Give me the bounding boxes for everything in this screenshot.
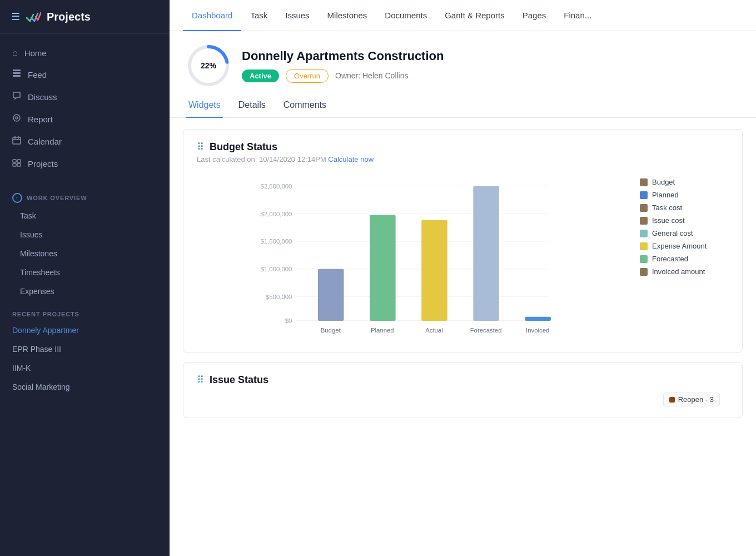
- tab-details[interactable]: Details: [236, 93, 268, 118]
- legend-label-issue-cost: Issue cost: [652, 216, 685, 225]
- feed-icon: [12, 69, 21, 80]
- recent-project-iim-k[interactable]: IIM-K: [0, 359, 170, 378]
- logo-icon: [26, 10, 41, 23]
- recent-projects-section: RECENT PROJECTS: [0, 301, 170, 321]
- overrun-badge: Overrun: [286, 69, 329, 83]
- top-nav-milestones[interactable]: Milestones: [319, 0, 376, 31]
- work-overview-title: WORK OVERVIEW: [27, 195, 87, 201]
- chart-legend: Budget Planned Task cost Issue cost: [640, 172, 729, 341]
- legend-dot-budget: [640, 178, 648, 186]
- top-nav-finan[interactable]: Finan...: [555, 0, 600, 31]
- discuss-icon: [12, 91, 21, 102]
- svg-text:Budget: Budget: [321, 327, 341, 334]
- legend-label-expense: Expense Amount: [652, 242, 707, 250]
- svg-rect-9: [17, 163, 21, 166]
- recent-project-donnely[interactable]: Donnely Appartmer: [0, 321, 170, 340]
- chart-container: $2,500,000 $2,000,000 $1,500,000 $1,000,…: [197, 172, 729, 341]
- calendar-icon: [12, 136, 21, 147]
- svg-text:$2,500,000: $2,500,000: [261, 183, 292, 190]
- legend-label-forecasted: Forecasted: [652, 255, 688, 263]
- svg-text:$1,000,000: $1,000,000: [261, 266, 292, 272]
- sidebar: ☰ Projects ⌂ Home Feed Discuss: [0, 0, 170, 556]
- top-nav-documents[interactable]: Documents: [376, 0, 436, 31]
- svg-text:$0: $0: [285, 317, 292, 324]
- sidebar-item-issues[interactable]: Issues: [0, 225, 170, 244]
- svg-point-3: [13, 115, 20, 121]
- progress-percent: 22%: [201, 61, 217, 70]
- legend-budget: Budget: [640, 178, 729, 186]
- sidebar-item-projects[interactable]: Projects: [0, 152, 170, 175]
- recent-project-social[interactable]: Social Marketing: [0, 378, 170, 396]
- top-nav-dashboard[interactable]: Dashboard: [183, 0, 241, 31]
- budget-subtitle: Last calculated on: 10/14/2020 12:14PM C…: [197, 155, 729, 163]
- reopen-badge: Reopen - 3: [663, 393, 720, 406]
- svg-text:Invoiced: Invoiced: [526, 327, 549, 334]
- reopen-dot-icon: [669, 397, 675, 403]
- sub-tabs: Widgets Details Comments: [170, 93, 756, 118]
- legend-label-general-cost: General cost: [652, 229, 693, 237]
- svg-rect-1: [13, 72, 21, 74]
- sidebar-item-label: Discuss: [28, 92, 57, 102]
- projects-icon: [12, 158, 21, 169]
- top-nav-issues[interactable]: Issues: [276, 0, 318, 31]
- sidebar-item-report[interactable]: Report: [0, 108, 170, 130]
- legend-label-invoiced: Invoiced amount: [652, 267, 705, 276]
- budget-subtitle-text: Last calculated on: 10/14/2020 12:14PM: [197, 155, 326, 163]
- legend-task-cost: Task cost: [640, 203, 729, 212]
- legend-dot-planned: [640, 191, 648, 199]
- legend-label-planned: Planned: [652, 191, 679, 199]
- top-nav-pages[interactable]: Pages: [514, 0, 555, 31]
- top-nav-task[interactable]: Task: [241, 0, 276, 31]
- bar-forecasted: [473, 186, 499, 321]
- legend-dot-general-cost: [640, 230, 648, 237]
- legend-planned: Planned: [640, 191, 729, 199]
- project-title: Donnelly Apartments Construction: [242, 49, 739, 63]
- legend-issue-cost: Issue cost: [640, 216, 729, 225]
- legend-forecasted: Forecasted: [640, 255, 729, 263]
- tab-comments[interactable]: Comments: [281, 93, 329, 118]
- project-badges: Active Overrun Owner: Helen Collins: [242, 69, 739, 83]
- svg-rect-7: [17, 160, 21, 162]
- app-title: Projects: [47, 11, 91, 23]
- budget-card-title: Budget Status: [210, 141, 277, 153]
- sidebar-item-calendar[interactable]: Calendar: [0, 130, 170, 152]
- sidebar-item-discuss[interactable]: Discuss: [0, 86, 170, 108]
- sidebar-item-task[interactable]: Task: [0, 206, 170, 225]
- svg-rect-5: [13, 137, 21, 144]
- issue-grid-icon: ⠿: [197, 374, 204, 386]
- active-badge: Active: [242, 70, 279, 82]
- issue-card-title: Issue Status: [210, 374, 268, 386]
- legend-label-task-cost: Task cost: [652, 203, 682, 212]
- svg-text:$2,000,000: $2,000,000: [261, 211, 292, 217]
- sidebar-nav: ⌂ Home Feed Discuss Report Calendar: [0, 34, 170, 183]
- bar-invoiced: [525, 317, 551, 321]
- hamburger-icon[interactable]: ☰: [11, 11, 20, 23]
- budget-chart: $2,500,000 $2,000,000 $1,500,000 $1,000,…: [197, 172, 623, 339]
- bar-planned: [370, 215, 396, 321]
- recent-project-epr[interactable]: EPR Phase III: [0, 340, 170, 359]
- budget-title-row: ⠿ Budget Status: [197, 141, 729, 153]
- sidebar-item-feed[interactable]: Feed: [0, 63, 170, 86]
- progress-circle: 22%: [186, 43, 231, 88]
- reopen-label: Reopen - 3: [678, 395, 714, 404]
- project-info: Donnelly Apartments Construction Active …: [242, 49, 739, 83]
- legend-general-cost: General cost: [640, 229, 729, 237]
- sidebar-item-expenses[interactable]: Expenses: [0, 282, 170, 301]
- chart-area: $2,500,000 $2,000,000 $1,500,000 $1,000,…: [197, 172, 623, 341]
- legend-label-budget: Budget: [652, 178, 675, 186]
- svg-rect-6: [13, 160, 16, 162]
- budget-status-card: ⠿ Budget Status Last calculated on: 10/1…: [183, 129, 743, 353]
- calculate-now-link[interactable]: Calculate now: [328, 155, 374, 163]
- sidebar-item-label: Home: [24, 48, 47, 58]
- bar-budget: [318, 269, 344, 321]
- sidebar-item-label: Report: [28, 115, 53, 124]
- sidebar-item-label: Calendar: [28, 137, 62, 146]
- top-nav-gantt[interactable]: Gantt & Reports: [436, 0, 514, 31]
- legend-invoiced-amount: Invoiced amount: [640, 267, 729, 276]
- svg-text:Actual: Actual: [425, 327, 443, 334]
- tab-widgets[interactable]: Widgets: [186, 93, 223, 118]
- sidebar-item-milestones[interactable]: Milestones: [0, 244, 170, 263]
- svg-text:$1,500,000: $1,500,000: [261, 238, 292, 245]
- sidebar-item-home[interactable]: ⌂ Home: [0, 42, 170, 63]
- sidebar-item-timesheets[interactable]: Timesheets: [0, 263, 170, 282]
